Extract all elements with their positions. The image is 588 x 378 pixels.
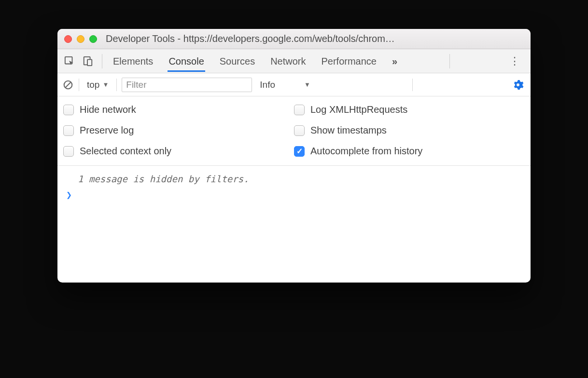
console-output: 1 message is hidden by filters. ❯ <box>57 166 531 283</box>
divider <box>102 54 102 68</box>
traffic-lights <box>64 35 97 43</box>
console-settings-icon[interactable] <box>512 79 526 91</box>
option-label: Show timestamps <box>310 125 387 136</box>
divider <box>449 54 450 68</box>
tabs-overflow-button[interactable]: » <box>391 50 398 72</box>
option-selected-context-only[interactable]: Selected context only <box>63 146 294 157</box>
checkbox[interactable] <box>294 125 305 136</box>
checkbox[interactable] <box>294 146 305 157</box>
console-settings-panel: Hide network Log XMLHttpRequests Preserv… <box>57 96 531 166</box>
option-label: Hide network <box>80 104 136 115</box>
chevron-down-icon: ▼ <box>304 81 310 88</box>
titlebar: Developer Tools - https://developers.goo… <box>57 29 531 49</box>
console-filter-bar: top ▼ Info ▼ <box>57 73 531 96</box>
clear-console-icon[interactable] <box>62 79 74 91</box>
divider <box>116 79 117 91</box>
window-title: Developer Tools - https://developers.goo… <box>106 33 524 44</box>
option-label: Selected context only <box>80 146 171 157</box>
tab-network[interactable]: Network <box>269 50 307 72</box>
context-label: top <box>87 80 99 90</box>
filter-input[interactable] <box>122 78 252 92</box>
option-label: Log XMLHttpRequests <box>310 104 407 115</box>
option-log-xhr[interactable]: Log XMLHttpRequests <box>294 104 525 115</box>
divider <box>412 79 413 91</box>
tab-performance[interactable]: Performance <box>321 50 378 72</box>
tab-elements[interactable]: Elements <box>112 50 154 72</box>
filtered-messages-notice: 1 message is hidden by filters. <box>64 172 524 189</box>
more-options-button[interactable]: ⋮ <box>504 55 526 68</box>
tabs-container: Elements Console Sources Network Perform… <box>112 50 398 72</box>
option-label: Autocomplete from history <box>310 146 422 157</box>
tab-console[interactable]: Console <box>168 50 205 72</box>
checkbox[interactable] <box>294 105 305 115</box>
option-show-timestamps[interactable]: Show timestamps <box>294 125 525 136</box>
checkbox[interactable] <box>63 105 74 115</box>
close-window-button[interactable] <box>64 35 72 43</box>
devtools-tabbar: Elements Console Sources Network Perform… <box>57 49 531 73</box>
divider <box>79 79 79 91</box>
chevron-down-icon: ▼ <box>102 81 109 88</box>
log-level-label: Info <box>260 80 275 90</box>
context-selector[interactable]: top ▼ <box>84 79 112 91</box>
log-level-selector[interactable]: Info ▼ <box>257 80 313 90</box>
svg-line-4 <box>66 82 71 87</box>
svg-point-5 <box>517 83 519 86</box>
toggle-device-toolbar-icon[interactable] <box>81 54 95 68</box>
checkbox[interactable] <box>63 146 74 157</box>
svg-rect-2 <box>87 59 92 66</box>
console-prompt[interactable]: ❯ <box>64 189 524 201</box>
minimize-window-button[interactable] <box>77 35 84 43</box>
option-hide-network[interactable]: Hide network <box>63 104 294 115</box>
option-preserve-log[interactable]: Preserve log <box>63 125 294 136</box>
devtools-window: Developer Tools - https://developers.goo… <box>57 29 531 283</box>
tab-sources[interactable]: Sources <box>219 50 256 72</box>
option-label: Preserve log <box>80 125 134 136</box>
maximize-window-button[interactable] <box>89 35 97 43</box>
option-autocomplete-history[interactable]: Autocomplete from history <box>294 146 525 157</box>
inspect-element-icon[interactable] <box>62 54 77 68</box>
checkbox[interactable] <box>63 125 74 136</box>
